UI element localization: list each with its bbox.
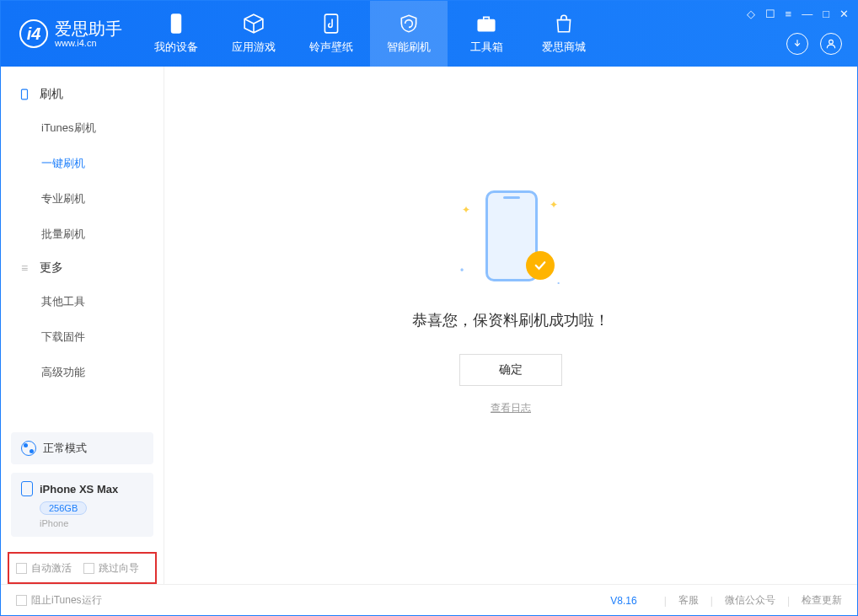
refresh-shield-icon: [398, 13, 420, 35]
tab-label: 爱思商城: [542, 40, 586, 55]
tab-label: 铃声壁纸: [309, 40, 353, 55]
support-link[interactable]: 客服: [678, 593, 699, 608]
tab-label: 智能刷机: [387, 40, 431, 55]
bag-icon: [553, 13, 575, 35]
tab-label: 我的设备: [154, 40, 198, 55]
separator: |: [664, 595, 667, 607]
maximize-button[interactable]: □: [823, 8, 829, 20]
user-controls: [786, 33, 842, 55]
mode-icon: [21, 441, 36, 456]
nav-oneclick-flash[interactable]: 一键刷机: [1, 146, 164, 181]
app-logo-icon: i4: [19, 19, 48, 48]
checkbox-icon: [16, 563, 27, 574]
window-controls: ◇ ☐ ≡ — □ ✕: [747, 8, 849, 20]
sidebar: 刷机 iTunes刷机 一键刷机 专业刷机 批量刷机 ≡ 更多 其他工具 下载固…: [1, 67, 164, 584]
check-update-link[interactable]: 检查更新: [802, 593, 842, 608]
nav-download-firmware[interactable]: 下载固件: [1, 319, 164, 355]
shirt-icon[interactable]: ◇: [747, 8, 755, 20]
tab-label: 应用游戏: [232, 40, 276, 55]
section-label: 更多: [40, 260, 63, 276]
version-label: V8.16: [610, 595, 636, 607]
sparkle-icon: ✦: [550, 199, 558, 211]
nav-itunes-flash[interactable]: iTunes刷机: [1, 110, 164, 146]
svg-rect-1: [324, 14, 337, 33]
checkbox-skip-guide[interactable]: 跳过向导: [83, 561, 139, 576]
mode-label: 正常模式: [43, 441, 87, 456]
device-mode-box[interactable]: 正常模式: [11, 432, 153, 464]
svg-rect-2: [478, 20, 495, 31]
app-domain: www.i4.cn: [55, 38, 122, 48]
checkbox-auto-activate[interactable]: 自动激活: [16, 561, 72, 576]
checkbox-block-itunes[interactable]: 阻止iTunes运行: [16, 593, 102, 608]
device-panel: 正常模式 iPhone XS Max 256GB iPhone: [11, 432, 153, 537]
close-button[interactable]: ✕: [839, 8, 849, 20]
separator: |: [711, 595, 713, 607]
app-name: 爱思助手: [55, 19, 122, 38]
minimize-button[interactable]: —: [802, 8, 812, 20]
section-more: ≡ 更多: [1, 252, 164, 284]
checkbox-icon: [16, 595, 27, 606]
music-file-icon: [320, 13, 342, 35]
app-header: i4 爱思助手 www.i4.cn 我的设备 应用游戏 铃声壁纸 智能刷机 工具…: [1, 1, 857, 67]
download-icon[interactable]: [786, 33, 808, 55]
device-small-icon: [18, 88, 31, 101]
tab-label: 工具箱: [470, 40, 503, 55]
tab-apps[interactable]: 应用游戏: [215, 1, 292, 67]
status-bar: 阻止iTunes运行 V8.16 | 客服 | 微信公众号 | 检查更新: [1, 584, 857, 616]
user-icon[interactable]: [820, 33, 842, 55]
sparkle-icon: ✦: [462, 204, 470, 216]
svg-rect-4: [22, 89, 28, 99]
ok-button[interactable]: 确定: [459, 354, 562, 386]
nav-other-tools[interactable]: 其他工具: [1, 284, 164, 319]
cube-icon: [243, 13, 265, 35]
toolbox-icon: [475, 13, 497, 35]
svg-point-3: [829, 40, 834, 44]
storage-badge: 256GB: [40, 501, 87, 515]
phone-outline-icon: [21, 481, 33, 496]
device-name-row: iPhone XS Max: [21, 481, 143, 496]
success-illustration: ✦ ✦ • •: [460, 185, 561, 287]
success-message: 恭喜您，保资料刷机成功啦！: [412, 310, 609, 330]
tab-store[interactable]: 爱思商城: [525, 1, 603, 67]
sparkle-icon: •: [557, 279, 560, 287]
device-info-box[interactable]: iPhone XS Max 256GB iPhone: [11, 473, 153, 537]
view-log-link[interactable]: 查看日志: [491, 401, 531, 415]
checkbox-label: 阻止iTunes运行: [31, 593, 102, 608]
tab-ringtone[interactable]: 铃声壁纸: [292, 1, 370, 67]
lock-icon[interactable]: ☐: [765, 8, 775, 20]
checkbox-label: 跳过向导: [99, 561, 139, 576]
list-icon: ≡: [18, 261, 31, 275]
tab-smart-flash[interactable]: 智能刷机: [370, 1, 448, 67]
separator: |: [787, 595, 790, 607]
tab-toolbox[interactable]: 工具箱: [448, 1, 525, 67]
app-body: 刷机 iTunes刷机 一键刷机 专业刷机 批量刷机 ≡ 更多 其他工具 下载固…: [1, 67, 857, 584]
nav-advanced[interactable]: 高级功能: [1, 355, 164, 390]
main-content: ✦ ✦ • • 恭喜您，保资料刷机成功啦！ 确定 查看日志: [164, 67, 857, 584]
wechat-link[interactable]: 微信公众号: [725, 593, 775, 608]
nav-pro-flash[interactable]: 专业刷机: [1, 181, 164, 217]
logo-area: i4 爱思助手 www.i4.cn: [1, 19, 137, 48]
highlighted-options: 自动激活 跳过向导: [8, 552, 157, 584]
nav-batch-flash[interactable]: 批量刷机: [1, 217, 164, 252]
phone-icon: [165, 13, 187, 35]
svg-rect-0: [172, 14, 181, 33]
menu-icon[interactable]: ≡: [786, 8, 792, 20]
section-label: 刷机: [40, 87, 63, 102]
checkbox-icon: [83, 563, 94, 574]
device-name: iPhone XS Max: [40, 483, 118, 495]
sparkle-icon: •: [460, 265, 464, 276]
device-type: iPhone: [40, 518, 143, 528]
section-flash: 刷机: [1, 78, 164, 110]
check-badge-icon: [526, 251, 555, 280]
checkbox-label: 自动激活: [31, 561, 72, 576]
main-tabs: 我的设备 应用游戏 铃声壁纸 智能刷机 工具箱 爱思商城: [137, 1, 603, 67]
tab-my-device[interactable]: 我的设备: [137, 1, 215, 67]
